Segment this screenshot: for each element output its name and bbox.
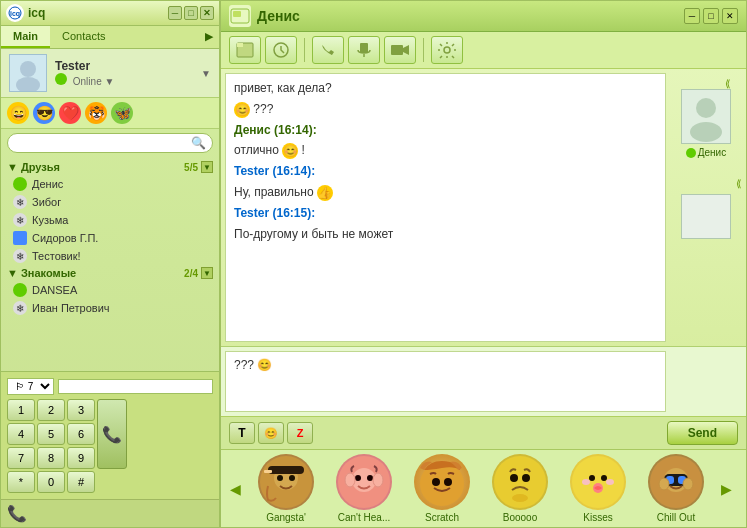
message-1: привет, как дела?	[234, 80, 657, 97]
country-select[interactable]: 🏳 7	[7, 378, 54, 395]
dial-btn-1[interactable]: 1	[7, 399, 35, 421]
user-menu-arrow[interactable]: ▼	[201, 68, 211, 79]
sticker-scratch[interactable]: Scratch	[406, 454, 478, 523]
chat-window-controls: ─ □ ✕	[684, 8, 738, 24]
svg-point-23	[277, 475, 283, 481]
search-icon[interactable]: 🔍	[191, 136, 206, 150]
contact-zibog[interactable]: ❄ Зибог	[1, 193, 219, 211]
toolbar-audio-btn[interactable]	[348, 36, 380, 64]
toolbar-send-file-btn[interactable]	[229, 36, 261, 64]
toolbar-settings-btn[interactable]	[431, 36, 463, 64]
group-friends[interactable]: ▼ Друзья 5/5 ▼	[1, 159, 219, 175]
sticker-booooo-face	[492, 454, 548, 510]
dial-btn-2[interactable]: 2	[37, 399, 65, 421]
message-7: Tester (16:15):	[234, 205, 657, 222]
search-bar: 🔍	[7, 133, 213, 153]
contact-kuzma[interactable]: ❄ Кузьма	[1, 211, 219, 229]
sticker-scratch-label: Scratch	[425, 512, 459, 523]
format-z-btn[interactable]: Z	[287, 422, 313, 444]
status-icon	[55, 73, 67, 85]
chat-close-btn[interactable]: ✕	[722, 8, 738, 24]
dial-btn-star[interactable]: *	[7, 471, 35, 493]
left-bottom-bar: 📞	[1, 499, 219, 527]
sticker-canthear-face	[336, 454, 392, 510]
contact-denis[interactable]: Денис	[1, 175, 219, 193]
search-input[interactable]	[14, 137, 191, 149]
status-arrow[interactable]: ▼	[104, 76, 114, 87]
dial-btn-4[interactable]: 4	[7, 423, 35, 445]
svg-point-41	[601, 475, 607, 481]
sticker-chillout-face	[648, 454, 704, 510]
dialpad-grid: 1 2 3 📞 4 5 6 7 8 9 * 0 #	[7, 399, 213, 493]
tab-contacts[interactable]: Contacts	[50, 26, 117, 48]
svg-rect-22	[268, 466, 304, 474]
svg-point-5	[14, 178, 26, 190]
toolbar-call-btn[interactable]	[312, 36, 344, 64]
svg-point-16	[444, 47, 450, 53]
chat-input[interactable]: ??? 😊	[225, 351, 666, 412]
group-scroll-btn[interactable]: ▼	[201, 161, 213, 173]
svg-point-33	[432, 478, 440, 486]
contact-testovic[interactable]: ❄ Тестовик!	[1, 247, 219, 265]
chat-minimize-btn[interactable]: ─	[684, 8, 700, 24]
picker-left-arrow[interactable]: ◀	[227, 481, 244, 497]
tab-main[interactable]: Main	[1, 26, 50, 48]
sticker-booooo[interactable]: Booooo	[484, 454, 556, 523]
phone-icon[interactable]: 📞	[7, 504, 27, 523]
svg-text:icq: icq	[10, 10, 20, 18]
sticker-kisses[interactable]: Kisses	[562, 454, 634, 523]
svg-point-28	[355, 475, 361, 481]
toolbar-video-btn[interactable]	[384, 36, 416, 64]
format-emoji-btn[interactable]: 😊	[258, 422, 284, 444]
message-3: Денис (16:14):	[234, 122, 657, 139]
contact-dansea[interactable]: DANSEA	[1, 281, 219, 299]
app-title-text: icq	[28, 6, 45, 20]
toolbar-history-btn[interactable]	[265, 36, 297, 64]
svg-point-34	[444, 478, 452, 486]
sticker-chillout[interactable]: Chill Out	[640, 454, 712, 523]
dial-input[interactable]	[58, 379, 213, 394]
mood-icon-5[interactable]: 🦋	[111, 102, 133, 124]
dial-btn-0[interactable]: 0	[37, 471, 65, 493]
nav-arrow[interactable]: ▶	[199, 26, 219, 48]
dial-btn-hash[interactable]: #	[67, 471, 95, 493]
mood-icon-2[interactable]: 😎	[33, 102, 55, 124]
group-acquaintances[interactable]: ▼ Знакомые 2/4 ▼	[1, 265, 219, 281]
sticker-gangsta[interactable]: Gangsta'	[250, 454, 322, 523]
dial-btn-7[interactable]: 7	[7, 447, 35, 469]
svg-rect-12	[360, 43, 368, 53]
format-text-btn[interactable]: T	[229, 422, 255, 444]
sidebar-collapse-btn[interactable]: ⟪	[725, 78, 731, 89]
contact-status-icon-4	[13, 231, 27, 245]
dial-btn-9[interactable]: 9	[67, 447, 95, 469]
mood-icon-4[interactable]: 🐯	[85, 102, 107, 124]
contact-status-icon-3: ❄	[13, 213, 27, 227]
dial-btn-6[interactable]: 6	[67, 423, 95, 445]
minimize-button[interactable]: ─	[168, 6, 182, 20]
mood-icon-3[interactable]: ❤️	[59, 102, 81, 124]
maximize-button[interactable]: □	[184, 6, 198, 20]
mood-icon-1[interactable]: 😄	[7, 102, 29, 124]
dial-btn-8[interactable]: 8	[37, 447, 65, 469]
send-button[interactable]: Send	[667, 421, 738, 445]
chat-sidebar: ⟪ Денис ⟪	[666, 69, 746, 346]
picker-right-arrow[interactable]: ▶	[718, 481, 735, 497]
contact-sidorov[interactable]: Сидоров Г.П.	[1, 229, 219, 247]
dial-btn-3[interactable]: 3	[67, 399, 95, 421]
message-8: По-другому и быть не может	[234, 226, 657, 243]
svg-point-3	[20, 61, 36, 77]
dial-btn-5[interactable]: 5	[37, 423, 65, 445]
svg-point-6	[14, 284, 26, 296]
window-controls: ─ □ ✕	[168, 6, 214, 20]
chat-maximize-btn[interactable]: □	[703, 8, 719, 24]
sticker-canthear-label: Can't Hea...	[338, 512, 391, 523]
group-arrow-icon-2: ▼	[7, 267, 18, 279]
sticker-canthear[interactable]: Can't Hea...	[328, 454, 400, 523]
sidebar-collapse-btn-2[interactable]: ⟪	[736, 178, 742, 189]
chat-title-icon	[229, 5, 251, 27]
group-scroll-btn-2[interactable]: ▼	[201, 267, 213, 279]
contact-ivan[interactable]: ❄ Иван Петрович	[1, 299, 219, 317]
call-button[interactable]: 📞	[97, 399, 127, 469]
chat-input-area: ??? 😊	[221, 346, 746, 416]
close-button[interactable]: ✕	[200, 6, 214, 20]
